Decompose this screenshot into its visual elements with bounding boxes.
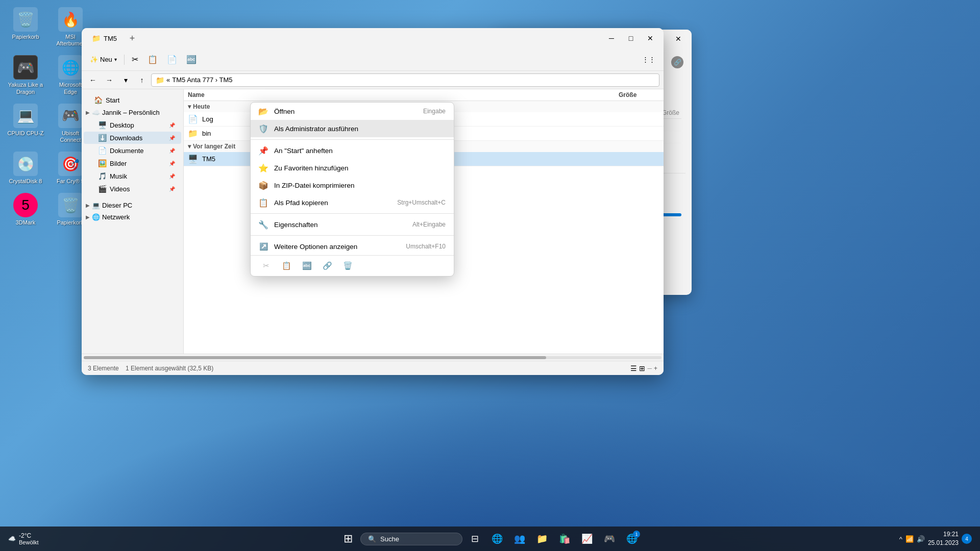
ctx-tb-rename[interactable]: 🔤	[300, 259, 314, 273]
ctx-item-open[interactable]: 📂 Öffnen Eingabe	[251, 103, 454, 120]
maximize-button[interactable]: □	[622, 31, 640, 45]
sidebar-item-videos[interactable]: 🎬 Videos 📌	[84, 183, 181, 195]
desktop-icon-yakuza[interactable]: 🎮 Yakuza Like a Dragon	[5, 53, 46, 97]
header-size: Größe	[619, 91, 659, 98]
history-dropdown-button[interactable]: ▾	[118, 73, 133, 87]
weather-condition: Bewölkt	[19, 539, 39, 545]
copy-icon: 📋	[148, 55, 158, 64]
edge-taskbar-icon: 🌐	[492, 533, 503, 544]
sidebar-group-thispc[interactable]: ▶ 💻 Dieser PC	[82, 199, 183, 211]
home-icon: 🏠	[94, 96, 103, 104]
ctx-item-pin-start[interactable]: 📌 An "Start" anheften	[251, 142, 454, 159]
desktop-icon-papierkorb[interactable]: 🗑️ Papierkorb	[5, 5, 46, 49]
minimize-button[interactable]: ─	[602, 31, 621, 45]
chevron-up-icon[interactable]: ^	[899, 535, 902, 543]
zoom-indicator: +	[654, 365, 657, 372]
ctx-item-copy-path[interactable]: 📋 Als Pfad kopieren Strg+Umschalt+C	[251, 194, 454, 211]
ctx-tb-cut[interactable]: ✂	[259, 259, 273, 273]
explorer-sidebar: 🏠 Start ▶ ☁️ Jannik – Persönlich 🖥️ Desk…	[82, 89, 184, 354]
sidebar-item-downloads[interactable]: ⬇️ Downloads 📌	[84, 132, 181, 144]
search-icon: 🔍	[368, 535, 376, 543]
explorer-titlebar: 📁 TM5 + ─ □ ✕	[82, 28, 664, 48]
date-display: 25.01.2023	[928, 539, 959, 547]
ctx-item-favorites[interactable]: ⭐ Zu Favoriten hinzufügen	[251, 159, 454, 177]
grid-view-button[interactable]: ⊞	[639, 364, 645, 372]
explorer-tab-tm5[interactable]: 📁 TM5	[86, 32, 123, 44]
sidebar-group-network[interactable]: ▶ 🌐 Netzwerk	[82, 211, 183, 223]
taskbar-center: ⊞ 🔍 Suche ⊟ 🌐 👥 📁 🛍️ 📈 🎮	[338, 529, 642, 549]
taskbar-store-button[interactable]: 🛍️	[554, 529, 575, 549]
ctx-tb-delete[interactable]: 🗑️	[340, 259, 355, 273]
download-icon: ⬇️	[98, 134, 107, 142]
sidebar-item-documents[interactable]: 📄 Dokumente 📌	[84, 144, 181, 157]
taskbar-xbox-button[interactable]: 🎮	[599, 529, 620, 549]
chart-icon: 📈	[581, 533, 593, 544]
ctx-zip-icon: 📦	[259, 181, 268, 190]
ctx-properties-icon: 🔧	[259, 220, 268, 229]
list-view-button[interactable]: ☰	[630, 364, 637, 372]
taskbar-edge-button[interactable]: 🌐	[487, 529, 507, 549]
horizontal-scrollbar-container	[82, 354, 664, 361]
paste-button[interactable]: 📄	[163, 53, 181, 66]
new-chevron-icon: ▾	[114, 57, 117, 62]
new-tab-button[interactable]: +	[125, 31, 139, 45]
time-display: 19:21	[928, 530, 959, 539]
paste-icon: 📄	[167, 55, 177, 64]
close-button[interactable]: ✕	[641, 31, 659, 45]
sidebar-item-pictures[interactable]: 🖼️ Bilder 📌	[84, 157, 181, 169]
header-name: Name	[188, 91, 476, 98]
taskbar-explorer-button[interactable]: 📁	[532, 529, 552, 549]
taskbar-chart-button[interactable]: 📈	[577, 529, 597, 549]
ctx-separator-1	[251, 139, 454, 140]
up-button[interactable]: ↑	[135, 73, 149, 87]
desktop-icon-s: 🖥️	[98, 121, 107, 129]
second-window-close[interactable]: ✕	[669, 32, 688, 46]
taskbar: ☁️ -2°C Bewölkt ⊞ 🔍 Suche ⊟ 🌐 👥 📁	[0, 527, 980, 551]
desktop-icon-crystaldisk[interactable]: 💿 CrystalDisk 8	[5, 149, 46, 187]
weather-widget[interactable]: ☁️ -2°C Bewölkt	[8, 532, 39, 545]
explorer-addressbar: ← → ▾ ↑ 📁 « TM5 Anta 777 › TM5	[82, 71, 664, 89]
sidebar-item-desktop[interactable]: 🖥️ Desktop 📌	[84, 119, 181, 131]
temperature: -2°C	[19, 532, 39, 539]
desktop-icon-3dmark[interactable]: 5 3DMark	[5, 191, 46, 228]
bin-folder-icon: 📁	[188, 129, 198, 138]
tm5-app-icon: 🖥️	[188, 154, 198, 164]
view-options-button[interactable]: ⋮⋮	[638, 54, 659, 65]
ctx-tb-copy[interactable]: 📋	[279, 259, 293, 273]
pin-icon-2: 📌	[169, 135, 175, 141]
task-view-button[interactable]: ⊟	[464, 529, 485, 549]
cut-button[interactable]: ✂	[128, 53, 142, 66]
notification-center-badge[interactable]: 4	[962, 534, 972, 544]
ctx-item-zip[interactable]: 📦 In ZIP-Datei komprimieren	[251, 177, 454, 194]
forward-button[interactable]: →	[102, 73, 116, 87]
pin-icon-3: 📌	[169, 148, 175, 154]
thispc-icon: 💻	[92, 202, 100, 209]
copy-button[interactable]: 📋	[143, 53, 162, 66]
clock[interactable]: 19:21 25.01.2023	[928, 530, 959, 547]
ctx-tb-share[interactable]: 🔗	[320, 259, 334, 273]
sidebar-item-music[interactable]: 🎵 Musik 📌	[84, 170, 181, 182]
ctx-item-properties[interactable]: 🔧 Eigenschaften Alt+Eingabe	[251, 216, 454, 233]
horizontal-scrollbar-thumb[interactable]	[84, 356, 546, 359]
new-button[interactable]: ✨ Neu ▾	[86, 54, 121, 65]
taskbar-teams-button[interactable]: 👥	[509, 529, 530, 549]
rename-button[interactable]: 🔤	[182, 53, 201, 66]
toolbar-separator-1	[124, 55, 125, 65]
horizontal-scrollbar-track[interactable]	[84, 356, 662, 359]
back-button[interactable]: ←	[86, 73, 100, 87]
start-button[interactable]: ⊞	[338, 529, 358, 549]
taskbar-network2-button[interactable]: 🌐 1	[622, 529, 642, 549]
search-bar[interactable]: 🔍 Suche	[360, 533, 462, 545]
ctx-copypath-icon: 📋	[259, 198, 268, 207]
address-bar[interactable]: 📁 « TM5 Anta 777 › TM5	[151, 73, 659, 87]
view-icon: ⋮⋮	[642, 56, 655, 63]
ctx-item-admin[interactable]: 🛡️ Als Administrator ausführen	[251, 120, 454, 137]
ctx-item-more-options[interactable]: ↗️ Weitere Optionen anzeigen Umschalt+F1…	[251, 238, 454, 255]
window-controls: ─ □ ✕	[602, 31, 659, 45]
ctx-pin-icon: 📌	[259, 146, 268, 155]
second-window-icon: 🔗	[671, 56, 683, 68]
desktop-icon-cpuid[interactable]: 💻 CPUID CPU-Z	[5, 102, 46, 145]
sidebar-item-start[interactable]: 🏠 Start	[84, 94, 181, 106]
wifi-icon: 📶	[905, 535, 914, 543]
sidebar-group-personal[interactable]: ▶ ☁️ Jannik – Persönlich	[82, 107, 183, 118]
